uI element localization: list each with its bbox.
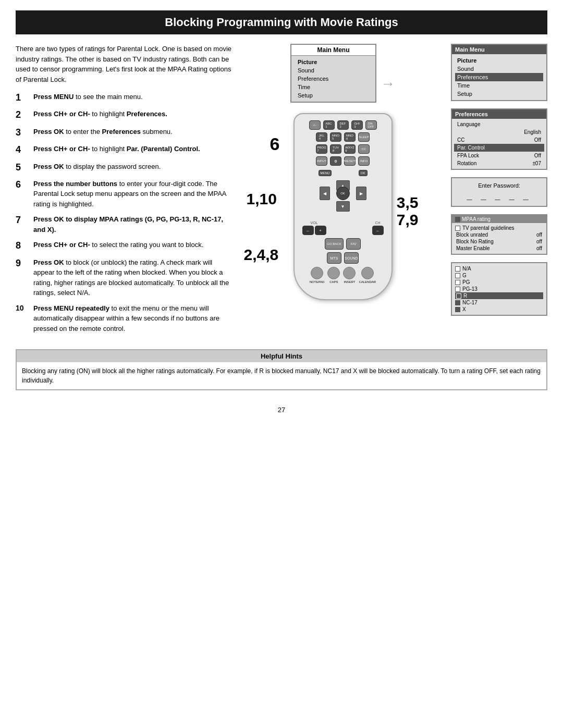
- block-unrated-label: Block unrated: [456, 232, 488, 238]
- remote-btn-ch-down[interactable]: –: [372, 226, 384, 235]
- list-item: 5 Press OK to display the password scree…: [16, 162, 235, 174]
- remote-btn-0[interactable]: 0: [330, 156, 341, 166]
- helpful-hints-box: Helpful Hints Blocking any rating (ON) w…: [16, 349, 547, 390]
- pref-rotation-label: Rotation: [457, 161, 476, 166]
- password-label: Enter Password:: [456, 182, 542, 189]
- remote-btn-vol-down[interactable]: –: [302, 226, 314, 235]
- ui-screen-ratings: N/A G PG PG-13 R NC-17: [451, 262, 547, 316]
- page-number: 27: [0, 401, 563, 419]
- ui-screen-main-menu: Main Menu Picture Sound Preferences Time…: [451, 44, 547, 101]
- ch-label: CH: [375, 221, 380, 225]
- rating-pg13-checkbox: [455, 287, 460, 292]
- remote-btn-8[interactable]: TUV8: [330, 144, 341, 154]
- rating-pg-label: PG: [462, 279, 470, 285]
- remote-btn-onoff[interactable]: ONOFF: [365, 120, 377, 130]
- pref-language-label: Language: [457, 121, 481, 127]
- step-text: Press OK to enter the Preferences submen…: [33, 127, 235, 137]
- ui-screen-password: Enter Password: _ _ _ _ _: [451, 177, 547, 207]
- rating-x-checkbox: [455, 307, 460, 312]
- remote-btn-fav[interactable]: FAV: [346, 238, 361, 250]
- remote-btn-calendar[interactable]: [361, 267, 374, 279]
- ui-screen-preferences: Preferences Language English CC Off Par.…: [451, 108, 547, 170]
- remote-btn-presets[interactable]: PRESETS: [344, 156, 356, 166]
- screen-preferences-title: Preferences: [452, 109, 546, 119]
- list-item: 6 Press the number buttons to enter your…: [16, 179, 235, 209]
- remote-row-2: JKL4 MNO5 MNO6 SLEEP: [300, 132, 386, 142]
- rating-g-checkbox: [455, 273, 460, 278]
- rating-pg-checkbox: [455, 280, 460, 285]
- remote-mts-row: MTS SOUND: [300, 252, 386, 264]
- remote-btn-menu[interactable]: MENU: [319, 170, 332, 176]
- pref-cc-label: CC: [457, 137, 464, 143]
- remote-btn-dash[interactable]: -/--: [309, 120, 321, 130]
- rating-na-label: N/A: [462, 266, 471, 272]
- menu-item-sound: Sound: [455, 65, 543, 73]
- step-label-248: 2,4,8: [244, 246, 279, 264]
- step-number: 7: [16, 214, 30, 226]
- step-number: 5: [16, 162, 30, 174]
- remote-btn-2[interactable]: DEF2: [337, 120, 349, 130]
- intro-text: There are two types of ratings for Paren…: [16, 44, 235, 84]
- list-item: 8 Press CH+ or CH- to select the rating …: [16, 240, 235, 252]
- remote-btn-1[interactable]: ABC1: [323, 120, 335, 130]
- master-enable-row: Master Enable off: [455, 245, 543, 252]
- step-text: Press the number buttons to enter your f…: [33, 179, 235, 209]
- remote-btn-goback[interactable]: GO BACK: [325, 238, 344, 250]
- remote-btn-7[interactable]: PROG7: [316, 144, 327, 154]
- block-unrated-row: Block unrated off: [455, 231, 543, 238]
- remote-row-3: PROG7 TUV8 WXYZ9 CC: [300, 144, 386, 154]
- pref-fpa-value: Off: [534, 153, 541, 158]
- remote-btn-3[interactable]: GHI3: [351, 120, 363, 130]
- remote-btn-mts[interactable]: MTS: [327, 252, 341, 264]
- mpaa-checkbox: [455, 217, 460, 222]
- main-menu-screen-1: Main Menu Picture Sound Preferences Time…: [290, 44, 376, 103]
- remote-btn-ok[interactable]: OK: [359, 170, 368, 176]
- step-number: 9: [16, 257, 30, 269]
- remote-btn-5[interactable]: MNO5: [330, 132, 341, 142]
- step-text: Press MENU repeatedly to exit the menu o…: [33, 303, 235, 334]
- pref-cc-value: Off: [534, 137, 541, 143]
- remote-btn-insert[interactable]: [343, 267, 356, 279]
- pref-rotation-row: Rotation ±07: [454, 159, 544, 167]
- menu-item-setup: Setup: [296, 91, 371, 100]
- remote-btn-ok-center[interactable]: OK: [336, 187, 350, 200]
- pref-fpa-row: FPA Lock Off: [454, 152, 544, 159]
- screen-main-menu-body: Picture Sound Preferences Time Setup: [452, 54, 546, 100]
- remote-btn-4[interactable]: JKL4: [316, 132, 327, 142]
- remote-btn-sound[interactable]: SOUND: [344, 252, 359, 264]
- step-text: Press OK to block (or unblock) the ratin…: [33, 257, 235, 298]
- notepad-label: NOTEPAD: [310, 280, 325, 283]
- menu-item-time: Time: [296, 83, 371, 91]
- left-column: There are two types of ratings for Paren…: [16, 44, 235, 339]
- remote-btn-left[interactable]: ◀: [320, 187, 330, 200]
- remote-btn-right[interactable]: ▶: [356, 187, 366, 200]
- insert-label: INSERT: [344, 280, 355, 283]
- remote-btn-caps[interactable]: [327, 267, 340, 279]
- rating-x-label: X: [462, 306, 466, 312]
- tv-guidelines-label: TV parental guidelines: [462, 225, 515, 231]
- menu-item-preferences-highlighted: Preferences: [455, 73, 543, 81]
- rating-pg13-label: PG-13: [462, 286, 478, 292]
- helpful-hints-body: Blocking any rating (ON) will block all …: [17, 362, 546, 389]
- remote-btn-9[interactable]: WXYZ9: [344, 144, 356, 154]
- remote-btn-cc[interactable]: CC: [358, 144, 370, 154]
- list-item: 1 Press MENU to see the main menu.: [16, 92, 235, 104]
- step-number: 3: [16, 127, 30, 139]
- center-column: Main Menu Picture Sound Preferences Time…: [245, 44, 440, 339]
- remote-btn-input[interactable]: INPUT: [316, 156, 327, 166]
- master-enable-value: off: [536, 245, 542, 251]
- rating-r: R: [455, 292, 543, 299]
- menu-item-sound: Sound: [296, 66, 371, 75]
- remote-btn-vol-up[interactable]: +: [315, 226, 326, 235]
- remote-btn-notepad[interactable]: [311, 267, 323, 279]
- list-item: 7 Press OK to display MPAA ratings (G, P…: [16, 214, 235, 235]
- pref-par-control-row: Par. Control: [454, 144, 544, 152]
- remote-btn-6[interactable]: MNO6: [344, 132, 356, 142]
- remote-btn-sleep[interactable]: SLEEP: [358, 132, 370, 142]
- pref-language-row: Language: [454, 120, 544, 128]
- remote-btn-down[interactable]: ▼: [336, 201, 350, 212]
- menu-item-picture: Picture: [296, 58, 371, 66]
- block-no-rating-label: Block No Rating: [456, 239, 494, 244]
- tv-guidelines-item: TV parental guidelines: [455, 225, 543, 231]
- remote-btn-info[interactable]: INFO: [358, 156, 370, 166]
